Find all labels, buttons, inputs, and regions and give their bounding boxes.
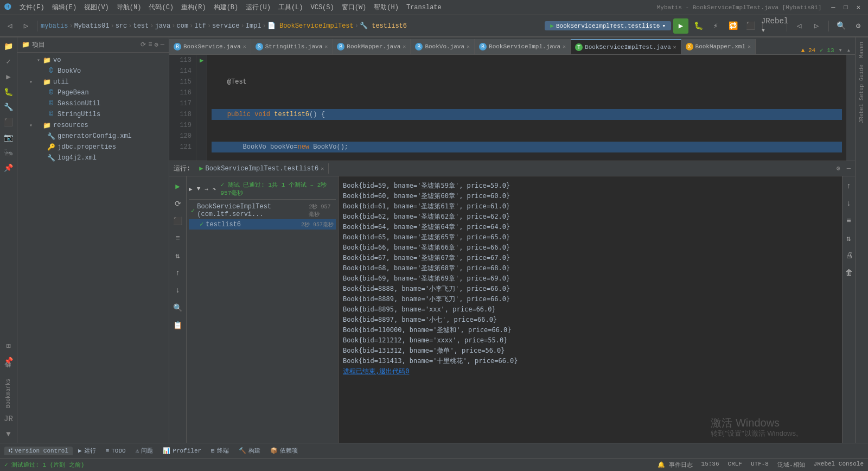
bc-method[interactable]: 🔧 testlist6	[360, 22, 407, 30]
tab-bookserviceimpltest[interactable]: T BookServiceImplTest.java ✕	[571, 39, 681, 54]
menu-build[interactable]: 构建(B)	[210, 2, 242, 13]
debug-button[interactable]: 🐛	[691, 18, 706, 34]
bc-java[interactable]: java	[155, 22, 170, 30]
profile-button[interactable]: 🔁	[725, 18, 741, 34]
gutter-114[interactable]: ▶	[196, 55, 207, 66]
tab-bookmapperxml[interactable]: X BookMapper.xml ✕	[681, 39, 756, 54]
run-gutter-icon[interactable]: ▶	[200, 56, 203, 65]
tab-issues[interactable]: ⚠ 问题	[131, 445, 158, 456]
run-stats-collapse[interactable]: ▼	[197, 186, 201, 192]
stop-button[interactable]: ⬛	[743, 18, 758, 34]
run-tab-close[interactable]: ✕	[321, 166, 324, 172]
right-maven-label[interactable]: Maven	[857, 40, 867, 60]
tab-bookservice[interactable]: B BookService.java ✕	[169, 39, 251, 54]
sidebar-pin-icon[interactable]: 📌	[2, 161, 15, 174]
bc-class[interactable]: 📄 BookServiceImplTest	[267, 22, 354, 30]
menu-vcs[interactable]: VCS(S)	[307, 3, 337, 12]
bc-mybatis01[interactable]: Mybatis01	[74, 22, 110, 30]
tab-run-bottom[interactable]: ▶ 运行	[74, 445, 100, 456]
tab-bookmapper[interactable]: B BookMapper.java ✕	[333, 39, 411, 54]
menu-help[interactable]: 帮助(H)	[371, 2, 402, 13]
mapper-tab-close[interactable]: ✕	[748, 43, 751, 50]
sync-icon[interactable]: ⟳	[141, 41, 146, 49]
menu-refactor[interactable]: 重构(R)	[178, 2, 209, 13]
tab-bookvo[interactable]: B BookVo.java ✕	[411, 39, 475, 54]
editor-collapse-icon[interactable]: ▾	[839, 46, 843, 54]
tb-search[interactable]: 🔍	[833, 18, 848, 34]
sidebar-run-icon[interactable]: ▶	[2, 70, 15, 83]
run-sort-button[interactable]: ≡	[170, 231, 186, 246]
stringutils-tab-close[interactable]: ✕	[324, 43, 328, 50]
tree-resources-folder[interactable]: ▾ 📁 resources	[17, 120, 169, 131]
sidebar-debug-icon[interactable]: 🐛	[2, 85, 15, 98]
sidebar-pin2-icon[interactable]: 📌	[2, 355, 15, 368]
sidebar-bookmarks-label[interactable]: Bookmarks	[3, 377, 14, 410]
tab-deps[interactable]: 📦 依赖项	[266, 445, 302, 456]
status-crlf[interactable]: CRLF	[728, 461, 742, 469]
run-right-down[interactable]: ↓	[841, 196, 856, 211]
bookmapper-tab-close[interactable]: ✕	[403, 43, 406, 50]
run-stats-collapse3[interactable]: ↷	[213, 186, 216, 193]
tree-bookvo[interactable]: © BookVo	[17, 66, 169, 77]
run-right-sort[interactable]: ≡	[841, 213, 856, 228]
run-config-dropdown[interactable]: ▶ BookServiceImplTest.testlist6 ▾	[545, 21, 671, 30]
sort-icon[interactable]: ≡	[148, 41, 152, 49]
run-stats-collapse2[interactable]: ⇒	[205, 186, 208, 193]
tab-stringutils[interactable]: S StringUtils.java ✕	[251, 39, 333, 54]
editor-expand-icon[interactable]: ▴	[847, 46, 851, 54]
bookservice-tab-close[interactable]: ✕	[243, 43, 246, 50]
bc-com[interactable]: com	[176, 22, 188, 30]
run-stats-expand[interactable]: ▶	[189, 186, 193, 193]
bc-mybatis[interactable]: mybatis	[41, 22, 68, 30]
bookvo-tab-close[interactable]: ✕	[467, 43, 470, 50]
toolbar-forward[interactable]: ▷	[18, 18, 34, 34]
jrebel-dropdown[interactable]: JRebel ▾	[767, 18, 782, 34]
menu-edit[interactable]: 编辑(E)	[49, 2, 80, 13]
minimize-button[interactable]: ─	[828, 3, 838, 12]
bookserviceimpl-tab-close[interactable]: ✕	[563, 43, 566, 50]
run-right-print[interactable]: 🖨	[841, 248, 856, 263]
tree-log4j2[interactable]: 🔧 log4j2.xml	[17, 152, 169, 163]
bc-ltf[interactable]: ltf	[194, 22, 206, 30]
run-right-up[interactable]: ↑	[841, 179, 856, 194]
run-settings-icon[interactable]: ⚙	[837, 164, 840, 173]
tab-build[interactable]: 🔨 构建	[234, 445, 265, 456]
run-stop-button[interactable]: ⬛	[170, 213, 186, 228]
menu-window[interactable]: 窗口(W)	[339, 2, 370, 13]
tab-profiler[interactable]: 📊 Profiler	[158, 446, 206, 455]
menu-navigate[interactable]: 导航(N)	[113, 2, 145, 13]
right-jrebel-label[interactable]: JRebel Setup Guide	[857, 62, 867, 125]
close-button[interactable]: ✕	[853, 2, 864, 12]
tab-todo[interactable]: ≡ TODO	[101, 447, 130, 455]
sidebar-jrebel-icon[interactable]: JR	[2, 412, 15, 425]
bc-service[interactable]: service	[212, 22, 239, 30]
tab-terminal[interactable]: ⊞ 终端	[207, 445, 233, 456]
tree-sessionutil[interactable]: © SessionUtil	[17, 98, 169, 109]
run-up-button[interactable]: ↑	[170, 265, 186, 281]
sidebar-results-label[interactable]: 结构	[3, 370, 15, 374]
status-encoding[interactable]: UTF-8	[751, 461, 769, 469]
bc-impl[interactable]: Impl	[246, 22, 261, 30]
menu-translate[interactable]: Translate	[403, 3, 445, 12]
test-tab-close[interactable]: ✕	[673, 44, 676, 50]
run-tab[interactable]: ▶ BookServiceImplTest.testlist6 ✕	[195, 163, 329, 174]
status-event-log[interactable]: 🔔 事件日志	[658, 461, 693, 469]
code-content[interactable]: @Test public void testlist6() { BookVo b…	[207, 55, 846, 161]
sidebar-commit-icon[interactable]: ✓	[2, 55, 15, 68]
run-search-button[interactable]: 🔍	[170, 300, 186, 315]
tree-util-folder[interactable]: ▾ 📁 util	[17, 77, 169, 87]
coverage-button[interactable]: ⚡	[708, 18, 723, 34]
sidebar-ant-icon[interactable]: 🐜	[2, 146, 15, 159]
tree-generatorconfig[interactable]: 🔧 generatorConfig.xml	[17, 131, 169, 142]
bc-test[interactable]: test	[133, 22, 149, 30]
run-rerun-button[interactable]: ⟳	[170, 196, 186, 211]
run-tree-root[interactable]: ✓ BookServiceImplTest (com.ltf.servi... …	[189, 202, 336, 219]
sidebar-camera-icon[interactable]: 📷	[2, 131, 15, 144]
run-sort2-button[interactable]: ⇅	[170, 248, 186, 263]
tree-pagebean[interactable]: © PageBean	[17, 87, 169, 98]
settings-icon[interactable]: ⚙	[155, 41, 158, 49]
run-right-trash[interactable]: 🗑	[841, 265, 856, 281]
tb-settings[interactable]: ⚙	[851, 18, 866, 34]
maximize-button[interactable]: □	[841, 3, 851, 12]
run-play-button[interactable]: ▶	[170, 179, 186, 194]
